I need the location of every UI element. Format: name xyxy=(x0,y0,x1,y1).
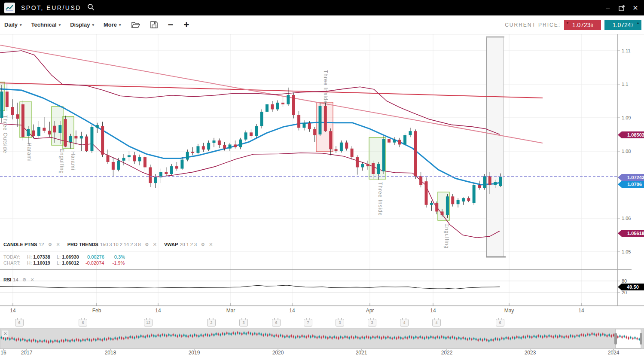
mini-candle xyxy=(104,338,105,340)
mini-candle xyxy=(508,337,509,339)
mini-candle xyxy=(493,339,494,341)
candle-body xyxy=(207,143,210,150)
calendar-event-badge[interactable]: 7 xyxy=(304,319,312,326)
candle-body xyxy=(340,143,343,151)
navigator-strip[interactable] xyxy=(0,329,644,349)
candle-body xyxy=(0,92,3,118)
mini-candle xyxy=(396,337,397,339)
calendar-event-badge[interactable]: 2 xyxy=(207,319,216,326)
candle-body xyxy=(58,125,61,133)
pattern-label: Three Outside xyxy=(2,115,8,153)
mini-candle xyxy=(435,337,436,339)
mini-candle xyxy=(63,340,64,342)
ask-price-badge[interactable]: 1.07247▲ xyxy=(604,20,641,30)
mini-candle xyxy=(484,339,485,340)
close-icon[interactable]: ✕ xyxy=(31,277,34,282)
candle-body xyxy=(191,152,194,153)
mini-candle xyxy=(113,339,114,340)
mini-candle xyxy=(478,339,479,341)
calendar-event-badge[interactable]: 6 xyxy=(15,319,24,326)
zoom-out-button[interactable]: − xyxy=(168,19,174,31)
mini-candle xyxy=(256,333,258,335)
mini-candle xyxy=(198,336,200,337)
mini-candle xyxy=(147,335,148,337)
calendar-event-badge[interactable]: 6 xyxy=(272,319,281,326)
zoom-in-button[interactable]: + xyxy=(183,19,189,31)
mini-candle xyxy=(323,336,324,338)
mini-candle xyxy=(35,340,37,342)
mini-candle xyxy=(138,336,140,338)
navigator-handle[interactable] xyxy=(614,333,617,345)
search-icon[interactable] xyxy=(87,3,95,12)
close-icon[interactable]: ✕ xyxy=(56,242,60,247)
mini-candle xyxy=(596,334,597,336)
calendar-event-badge[interactable]: 6 xyxy=(496,319,504,326)
mini-candle xyxy=(562,336,563,338)
mini-candle xyxy=(519,336,520,338)
mini-candle xyxy=(140,335,142,337)
mini-candle xyxy=(29,339,30,341)
minimize-button[interactable]: – xyxy=(604,4,611,11)
chart-canvas[interactable]: Three OutsideHaramiEngulfingHaramiThree … xyxy=(0,0,644,357)
mini-candle xyxy=(430,336,432,338)
mini-candle xyxy=(7,338,9,339)
price-axis-label: 1.06 xyxy=(622,216,631,221)
candle-body xyxy=(473,185,476,203)
calendar-event-badge[interactable]: 4 xyxy=(400,319,409,326)
navigator-handle[interactable] xyxy=(640,333,642,345)
open-folder-icon[interactable] xyxy=(131,21,140,28)
mini-candle xyxy=(291,335,292,337)
mini-candle xyxy=(626,336,627,338)
mini-candle xyxy=(115,337,116,339)
mini-candle xyxy=(390,337,391,339)
menu-daily[interactable]: Daily▾ xyxy=(4,21,22,28)
navigator-year-label: 2021 xyxy=(356,350,367,356)
close-icon[interactable]: ✕ xyxy=(209,242,213,247)
candle-body xyxy=(308,123,311,129)
mini-candle xyxy=(364,337,365,339)
bid-price-badge[interactable]: ▼1.07238 xyxy=(564,20,601,30)
mini-candle xyxy=(24,339,26,341)
mini-candle xyxy=(385,337,387,339)
calendar-event-badge[interactable]: 12 xyxy=(144,319,153,326)
mini-candle xyxy=(512,337,513,339)
close-icon[interactable]: ✕ xyxy=(153,242,157,247)
calendar-event-badge[interactable]: 3 xyxy=(368,319,376,326)
save-icon[interactable] xyxy=(150,21,158,28)
highlight-region[interactable] xyxy=(487,37,504,257)
mini-candle xyxy=(534,336,535,337)
mini-candle xyxy=(366,336,367,338)
menu-display[interactable]: Display▾ xyxy=(70,21,94,28)
mini-candle xyxy=(377,336,378,338)
mini-candle xyxy=(244,332,245,334)
candle-body xyxy=(467,198,470,201)
mini-candle xyxy=(151,334,153,336)
mini-candle xyxy=(87,339,88,340)
calendar-event-badge[interactable]: 3 xyxy=(239,319,248,326)
mini-candle xyxy=(297,336,299,337)
mini-candle xyxy=(353,337,354,339)
mini-candle xyxy=(375,337,376,339)
mini-candle xyxy=(630,337,632,339)
gear-icon[interactable]: ⚙ xyxy=(145,242,149,247)
candle-body xyxy=(138,157,141,161)
gear-icon[interactable]: ⚙ xyxy=(48,242,52,247)
navigator-close-button[interactable]: ✕ xyxy=(2,330,9,337)
mini-candle xyxy=(602,333,604,335)
calendar-event-badge[interactable]: 4 xyxy=(432,319,441,326)
menu-technical[interactable]: Technical▾ xyxy=(31,21,61,28)
close-button[interactable]: ✕ xyxy=(632,4,639,11)
candle-body xyxy=(488,176,491,185)
x-axis-label: 14 xyxy=(430,308,436,314)
candle-body xyxy=(143,157,147,167)
candle-body xyxy=(297,115,300,128)
indicator-legend-row: CANDLE PTNS12 ⚙ ✕ PRO TRENDS150 3 10 2 1… xyxy=(3,242,213,247)
popout-button[interactable] xyxy=(618,4,625,11)
calendar-event-badge[interactable]: 6 xyxy=(79,319,87,326)
mini-candle xyxy=(145,336,146,338)
gear-icon[interactable]: ⚙ xyxy=(22,277,27,282)
mini-candle xyxy=(263,334,264,336)
gear-icon[interactable]: ⚙ xyxy=(201,242,205,247)
calendar-event-badge[interactable]: 3 xyxy=(336,319,344,326)
menu-more[interactable]: More▾ xyxy=(104,21,121,28)
